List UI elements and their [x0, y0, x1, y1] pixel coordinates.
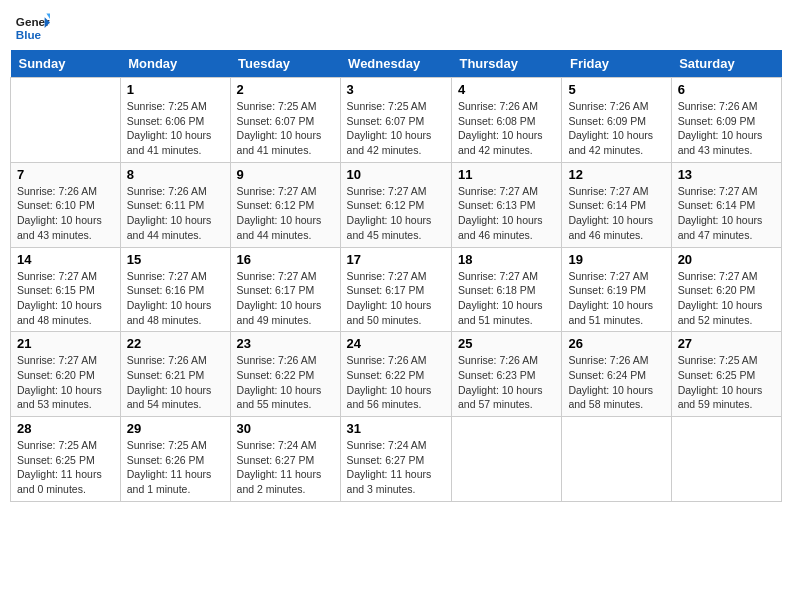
- logo: General Blue: [14, 10, 50, 46]
- date-number: 21: [17, 336, 114, 351]
- date-number: 11: [458, 167, 555, 182]
- calendar-cell: 4Sunrise: 7:26 AMSunset: 6:08 PMDaylight…: [451, 78, 561, 163]
- logo-icon: General Blue: [14, 10, 50, 46]
- date-number: 29: [127, 421, 224, 436]
- day-header-friday: Friday: [562, 50, 671, 78]
- calendar-cell: 20Sunrise: 7:27 AMSunset: 6:20 PMDayligh…: [671, 247, 781, 332]
- cell-daylight-info: Sunrise: 7:26 AMSunset: 6:10 PMDaylight:…: [17, 184, 114, 243]
- date-number: 12: [568, 167, 664, 182]
- cell-daylight-info: Sunrise: 7:26 AMSunset: 6:09 PMDaylight:…: [678, 99, 775, 158]
- date-number: 16: [237, 252, 334, 267]
- calendar-cell: 9Sunrise: 7:27 AMSunset: 6:12 PMDaylight…: [230, 162, 340, 247]
- calendar-cell: 22Sunrise: 7:26 AMSunset: 6:21 PMDayligh…: [120, 332, 230, 417]
- day-header-tuesday: Tuesday: [230, 50, 340, 78]
- week-row-1: 1Sunrise: 7:25 AMSunset: 6:06 PMDaylight…: [11, 78, 782, 163]
- calendar-cell: 13Sunrise: 7:27 AMSunset: 6:14 PMDayligh…: [671, 162, 781, 247]
- date-number: 23: [237, 336, 334, 351]
- date-number: 2: [237, 82, 334, 97]
- date-number: 17: [347, 252, 445, 267]
- week-row-5: 28Sunrise: 7:25 AMSunset: 6:25 PMDayligh…: [11, 417, 782, 502]
- cell-daylight-info: Sunrise: 7:26 AMSunset: 6:22 PMDaylight:…: [347, 353, 445, 412]
- date-number: 22: [127, 336, 224, 351]
- date-number: 4: [458, 82, 555, 97]
- calendar-cell: 2Sunrise: 7:25 AMSunset: 6:07 PMDaylight…: [230, 78, 340, 163]
- cell-daylight-info: Sunrise: 7:24 AMSunset: 6:27 PMDaylight:…: [237, 438, 334, 497]
- day-header-sunday: Sunday: [11, 50, 121, 78]
- cell-daylight-info: Sunrise: 7:25 AMSunset: 6:25 PMDaylight:…: [678, 353, 775, 412]
- calendar-cell: 18Sunrise: 7:27 AMSunset: 6:18 PMDayligh…: [451, 247, 561, 332]
- calendar-cell: [451, 417, 561, 502]
- date-number: 7: [17, 167, 114, 182]
- cell-daylight-info: Sunrise: 7:27 AMSunset: 6:12 PMDaylight:…: [347, 184, 445, 243]
- calendar-cell: 29Sunrise: 7:25 AMSunset: 6:26 PMDayligh…: [120, 417, 230, 502]
- calendar-cell: 17Sunrise: 7:27 AMSunset: 6:17 PMDayligh…: [340, 247, 451, 332]
- calendar-cell: 27Sunrise: 7:25 AMSunset: 6:25 PMDayligh…: [671, 332, 781, 417]
- cell-daylight-info: Sunrise: 7:27 AMSunset: 6:15 PMDaylight:…: [17, 269, 114, 328]
- cell-daylight-info: Sunrise: 7:26 AMSunset: 6:24 PMDaylight:…: [568, 353, 664, 412]
- date-number: 26: [568, 336, 664, 351]
- cell-daylight-info: Sunrise: 7:27 AMSunset: 6:16 PMDaylight:…: [127, 269, 224, 328]
- cell-daylight-info: Sunrise: 7:27 AMSunset: 6:19 PMDaylight:…: [568, 269, 664, 328]
- cell-daylight-info: Sunrise: 7:25 AMSunset: 6:06 PMDaylight:…: [127, 99, 224, 158]
- date-number: 14: [17, 252, 114, 267]
- calendar-cell: 8Sunrise: 7:26 AMSunset: 6:11 PMDaylight…: [120, 162, 230, 247]
- calendar-cell: 26Sunrise: 7:26 AMSunset: 6:24 PMDayligh…: [562, 332, 671, 417]
- calendar-cell: 31Sunrise: 7:24 AMSunset: 6:27 PMDayligh…: [340, 417, 451, 502]
- calendar-cell: 5Sunrise: 7:26 AMSunset: 6:09 PMDaylight…: [562, 78, 671, 163]
- calendar-cell: 30Sunrise: 7:24 AMSunset: 6:27 PMDayligh…: [230, 417, 340, 502]
- cell-daylight-info: Sunrise: 7:26 AMSunset: 6:09 PMDaylight:…: [568, 99, 664, 158]
- date-number: 10: [347, 167, 445, 182]
- date-number: 13: [678, 167, 775, 182]
- calendar-cell: 16Sunrise: 7:27 AMSunset: 6:17 PMDayligh…: [230, 247, 340, 332]
- day-header-saturday: Saturday: [671, 50, 781, 78]
- date-number: 8: [127, 167, 224, 182]
- date-number: 31: [347, 421, 445, 436]
- cell-daylight-info: Sunrise: 7:27 AMSunset: 6:13 PMDaylight:…: [458, 184, 555, 243]
- calendar-cell: 14Sunrise: 7:27 AMSunset: 6:15 PMDayligh…: [11, 247, 121, 332]
- date-number: 20: [678, 252, 775, 267]
- date-number: 19: [568, 252, 664, 267]
- week-row-2: 7Sunrise: 7:26 AMSunset: 6:10 PMDaylight…: [11, 162, 782, 247]
- date-number: 30: [237, 421, 334, 436]
- page-header: General Blue: [10, 10, 782, 46]
- calendar-cell: 28Sunrise: 7:25 AMSunset: 6:25 PMDayligh…: [11, 417, 121, 502]
- calendar-table: SundayMondayTuesdayWednesdayThursdayFrid…: [10, 50, 782, 502]
- cell-daylight-info: Sunrise: 7:25 AMSunset: 6:25 PMDaylight:…: [17, 438, 114, 497]
- date-number: 15: [127, 252, 224, 267]
- cell-daylight-info: Sunrise: 7:26 AMSunset: 6:22 PMDaylight:…: [237, 353, 334, 412]
- day-header-thursday: Thursday: [451, 50, 561, 78]
- calendar-cell: 19Sunrise: 7:27 AMSunset: 6:19 PMDayligh…: [562, 247, 671, 332]
- day-headers-row: SundayMondayTuesdayWednesdayThursdayFrid…: [11, 50, 782, 78]
- calendar-cell: 3Sunrise: 7:25 AMSunset: 6:07 PMDaylight…: [340, 78, 451, 163]
- cell-daylight-info: Sunrise: 7:27 AMSunset: 6:14 PMDaylight:…: [568, 184, 664, 243]
- date-number: 6: [678, 82, 775, 97]
- cell-daylight-info: Sunrise: 7:27 AMSunset: 6:20 PMDaylight:…: [17, 353, 114, 412]
- calendar-cell: 15Sunrise: 7:27 AMSunset: 6:16 PMDayligh…: [120, 247, 230, 332]
- cell-daylight-info: Sunrise: 7:27 AMSunset: 6:17 PMDaylight:…: [347, 269, 445, 328]
- date-number: 18: [458, 252, 555, 267]
- calendar-cell: 25Sunrise: 7:26 AMSunset: 6:23 PMDayligh…: [451, 332, 561, 417]
- cell-daylight-info: Sunrise: 7:26 AMSunset: 6:08 PMDaylight:…: [458, 99, 555, 158]
- cell-daylight-info: Sunrise: 7:25 AMSunset: 6:07 PMDaylight:…: [237, 99, 334, 158]
- cell-daylight-info: Sunrise: 7:27 AMSunset: 6:18 PMDaylight:…: [458, 269, 555, 328]
- calendar-cell: [562, 417, 671, 502]
- svg-text:Blue: Blue: [16, 28, 42, 41]
- week-row-3: 14Sunrise: 7:27 AMSunset: 6:15 PMDayligh…: [11, 247, 782, 332]
- date-number: 25: [458, 336, 555, 351]
- calendar-cell: [671, 417, 781, 502]
- calendar-cell: 12Sunrise: 7:27 AMSunset: 6:14 PMDayligh…: [562, 162, 671, 247]
- day-header-monday: Monday: [120, 50, 230, 78]
- date-number: 28: [17, 421, 114, 436]
- date-number: 1: [127, 82, 224, 97]
- cell-daylight-info: Sunrise: 7:27 AMSunset: 6:14 PMDaylight:…: [678, 184, 775, 243]
- calendar-cell: 6Sunrise: 7:26 AMSunset: 6:09 PMDaylight…: [671, 78, 781, 163]
- cell-daylight-info: Sunrise: 7:25 AMSunset: 6:26 PMDaylight:…: [127, 438, 224, 497]
- cell-daylight-info: Sunrise: 7:27 AMSunset: 6:12 PMDaylight:…: [237, 184, 334, 243]
- cell-daylight-info: Sunrise: 7:26 AMSunset: 6:21 PMDaylight:…: [127, 353, 224, 412]
- cell-daylight-info: Sunrise: 7:24 AMSunset: 6:27 PMDaylight:…: [347, 438, 445, 497]
- cell-daylight-info: Sunrise: 7:27 AMSunset: 6:20 PMDaylight:…: [678, 269, 775, 328]
- cell-daylight-info: Sunrise: 7:26 AMSunset: 6:11 PMDaylight:…: [127, 184, 224, 243]
- cell-daylight-info: Sunrise: 7:25 AMSunset: 6:07 PMDaylight:…: [347, 99, 445, 158]
- cell-daylight-info: Sunrise: 7:26 AMSunset: 6:23 PMDaylight:…: [458, 353, 555, 412]
- date-number: 27: [678, 336, 775, 351]
